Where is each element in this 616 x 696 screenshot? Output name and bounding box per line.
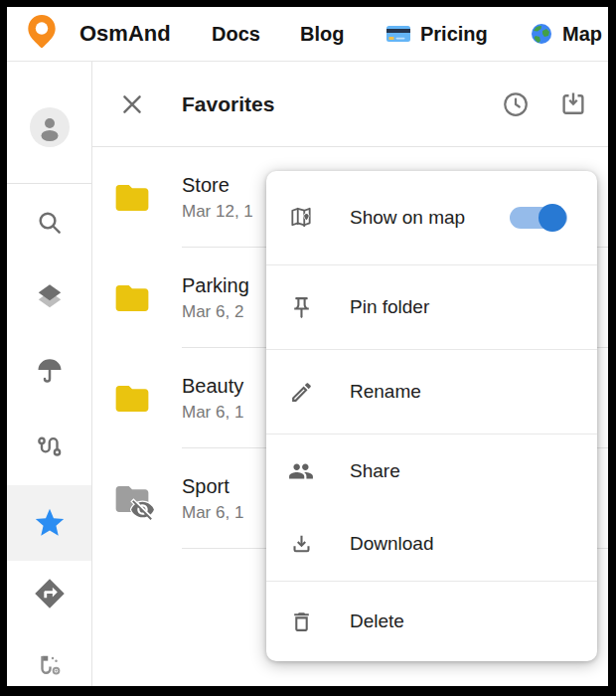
import-icon[interactable] — [558, 89, 588, 119]
nav-link-docs[interactable]: Docs — [212, 7, 260, 61]
map-icon — [288, 205, 314, 231]
folder-name: Parking — [182, 274, 249, 297]
route-icon — [35, 431, 65, 460]
folder-name: Beauty — [182, 375, 243, 398]
folder-date: Mar 12, 1 — [182, 202, 253, 222]
directions-icon — [33, 577, 67, 610]
search-icon — [36, 209, 64, 237]
folder-icon — [112, 180, 152, 216]
menu-item-delete[interactable]: Delete — [266, 582, 597, 661]
sidebar-item-navigation[interactable] — [7, 566, 91, 621]
pin-icon — [288, 294, 314, 320]
context-menu: Show on map Pin folder Rename — [266, 171, 597, 661]
sidebar-item-profile[interactable] — [7, 99, 91, 155]
folder-hidden-icon — [112, 481, 152, 517]
menu-item-download[interactable]: Download — [266, 507, 597, 581]
menu-label: Share — [350, 460, 400, 482]
credit-card-icon — [385, 24, 411, 44]
avatar-icon — [30, 107, 70, 147]
folder-name: Store — [182, 174, 253, 197]
toggle-thumb — [539, 204, 566, 232]
umbrella-icon — [35, 356, 65, 386]
sidebar-item-weather[interactable] — [7, 343, 91, 399]
menu-label: Rename — [350, 381, 421, 403]
page-title: Favorites — [182, 92, 274, 116]
menu-item-pin-folder[interactable]: Pin folder — [266, 265, 597, 349]
globe-icon — [530, 22, 553, 46]
sidebar-item-layers[interactable] — [7, 268, 91, 324]
menu-label: Delete — [350, 610, 404, 632]
plan-route-icon — [35, 652, 65, 682]
brand-title[interactable]: OsmAnd — [79, 7, 171, 61]
show-on-map-toggle[interactable] — [510, 204, 567, 232]
panel-header: Favorites — [92, 62, 608, 147]
trash-icon — [288, 609, 314, 634]
folder-name: Sport — [182, 475, 243, 498]
sidebar-item-favorites[interactable] — [7, 485, 91, 561]
nav-link-blog[interactable]: Blog — [300, 7, 344, 61]
menu-item-show-on-map[interactable]: Show on map — [266, 171, 597, 264]
sidebar-item-tracks[interactable] — [7, 418, 91, 473]
app-window: OsmAnd Docs Blog Pricing — [7, 7, 608, 686]
osmand-logo-icon[interactable] — [25, 14, 59, 54]
nav-map-label: Map — [562, 23, 602, 46]
nav-link-pricing[interactable]: Pricing — [385, 7, 488, 61]
folder-date: Mar 6, 2 — [182, 302, 249, 322]
folder-icon — [112, 381, 152, 417]
folder-date: Mar 6, 1 — [182, 503, 243, 523]
top-navbar: OsmAnd Docs Blog Pricing — [7, 7, 608, 62]
menu-item-share[interactable]: Share — [266, 435, 597, 507]
menu-label: Download — [350, 533, 434, 555]
nav-link-map[interactable]: Map — [530, 7, 602, 61]
avatar — [30, 107, 70, 147]
eye-off-icon — [130, 497, 155, 522]
star-icon — [33, 506, 67, 540]
menu-item-rename[interactable]: Rename — [266, 350, 597, 434]
menu-label: Pin folder — [350, 296, 429, 318]
left-sidebar — [7, 62, 92, 686]
menu-label: Show on map — [350, 207, 465, 229]
nav-pricing-label: Pricing — [420, 23, 488, 46]
sidebar-item-plan-route[interactable] — [7, 639, 91, 686]
people-icon — [288, 458, 314, 484]
close-icon[interactable] — [118, 90, 146, 118]
download-icon — [288, 531, 314, 557]
recent-clock-icon[interactable] — [501, 89, 531, 119]
folder-date: Mar 6, 1 — [182, 403, 243, 423]
pencil-icon — [288, 379, 314, 405]
layers-icon — [35, 281, 65, 311]
sidebar-divider — [7, 183, 91, 184]
folder-icon — [112, 280, 152, 316]
sidebar-item-search[interactable] — [7, 195, 91, 251]
